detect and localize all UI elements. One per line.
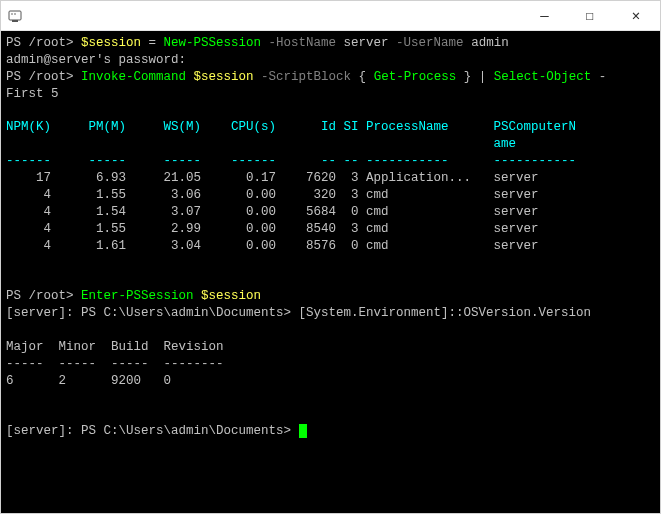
minimize-button[interactable]: — bbox=[522, 1, 567, 30]
window-controls: — ☐ ✕ bbox=[522, 1, 660, 30]
maximize-button[interactable]: ☐ bbox=[567, 1, 612, 30]
cursor-icon bbox=[299, 424, 307, 438]
terminal-body[interactable]: PS /root> $session = New-PSSession -Host… bbox=[1, 31, 660, 513]
svg-rect-0 bbox=[9, 11, 21, 20]
svg-point-3 bbox=[14, 13, 16, 15]
terminal-app-icon bbox=[7, 8, 23, 24]
close-button[interactable]: ✕ bbox=[612, 1, 660, 30]
svg-point-2 bbox=[11, 13, 13, 15]
svg-rect-1 bbox=[12, 20, 18, 22]
window-titlebar: — ☐ ✕ bbox=[1, 1, 660, 31]
